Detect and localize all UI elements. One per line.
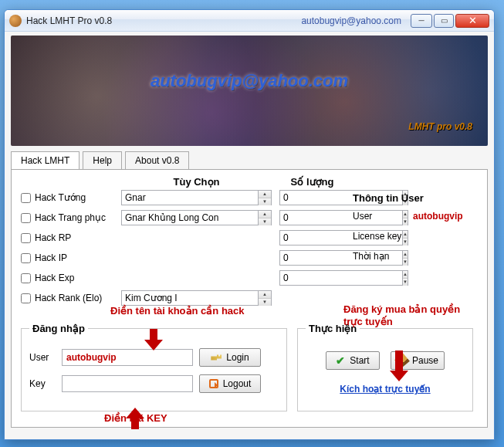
checkbox-hack-rp-input[interactable]: [21, 233, 31, 243]
qty-skin[interactable]: ▲▼: [279, 209, 345, 226]
tab-about[interactable]: About v0.8: [125, 151, 189, 170]
option-skin[interactable]: ▲▼: [121, 209, 272, 226]
checkbox-hack-exp-input[interactable]: [21, 273, 31, 283]
qty-rp[interactable]: ▲▼: [279, 229, 345, 246]
app-window: Hack LMHT Pro v0.8 autobugvip@yahoo.com …: [4, 9, 495, 440]
close-button[interactable]: ✕: [455, 14, 489, 28]
qty-exp[interactable]: ▲▼: [279, 269, 345, 286]
banner-version: LMHT pro v0.8: [408, 121, 472, 132]
action-legend: Thực hiện: [306, 323, 360, 334]
banner-image: autobugvip@yahoo.com LMHT pro v0.8: [11, 36, 488, 146]
check-icon: ✔: [336, 354, 345, 367]
pause-button[interactable]: Pause: [391, 351, 445, 370]
userinfo-user-row: Userautobugvip: [353, 208, 492, 225]
pencil-icon: [394, 353, 410, 368]
title-bar[interactable]: Hack LMHT Pro v0.8 autobugvip@yahoo.com …: [5, 10, 494, 32]
tab-help[interactable]: Help: [83, 151, 122, 170]
login-key-input[interactable]: [62, 375, 193, 392]
logout-icon: [209, 379, 218, 388]
checkbox-hack-rank-input[interactable]: [21, 293, 31, 303]
annotation-key: Điền mã KEY: [104, 412, 167, 425]
spin-down-icon[interactable]: ▼: [259, 198, 271, 205]
tab-strip: Hack LMHT Help About v0.8: [11, 151, 488, 169]
option-rank-input[interactable]: [121, 290, 259, 306]
client-area: autobugvip@yahoo.com LMHT pro v0.8 Hack …: [5, 32, 494, 439]
checkbox-hack-ip[interactable]: Hack IP: [21, 248, 113, 268]
checkbox-hack-exp[interactable]: Hack Exp: [21, 268, 113, 288]
maximize-button[interactable]: ▭: [434, 14, 454, 28]
login-fieldset: Đăng nhập User Login Key Logout: [21, 323, 287, 411]
qty-champ[interactable]: ▲▼: [279, 189, 345, 206]
header-option: Tùy Chọn: [121, 176, 272, 188]
app-icon: [9, 15, 22, 27]
main-panel: Tùy Chọn Số lượng Hack Tướng ▲▼ ▲▼ Thông…: [11, 169, 488, 428]
checkbox-hack-rp[interactable]: Hack RP: [21, 228, 113, 248]
userinfo-header: Thông tin User: [353, 192, 492, 204]
action-fieldset: Thực hiện ✔Start Pause Kích hoạt trực tu…: [297, 323, 473, 411]
login-legend: Đăng nhập: [29, 323, 88, 334]
userinfo-license-row: License key: [353, 228, 492, 245]
login-key-label: Key: [29, 378, 56, 389]
qty-ip[interactable]: ▲▼: [279, 249, 345, 266]
checkbox-hack-champ[interactable]: Hack Tướng: [21, 188, 113, 208]
checkbox-hack-ip-input[interactable]: [21, 253, 31, 263]
title-bar-email: autobugvip@yahoo.com: [301, 15, 401, 26]
option-rank[interactable]: ▲▼: [121, 290, 272, 306]
checkbox-hack-skin[interactable]: Hack Trang phục: [21, 208, 113, 228]
option-champ-input[interactable]: [121, 190, 259, 205]
option-champ[interactable]: ▲▼: [121, 189, 272, 206]
checkbox-hack-champ-input[interactable]: [21, 193, 31, 203]
minimize-button[interactable]: ─: [411, 14, 432, 28]
banner-email: autobugvip@yahoo.com: [11, 71, 488, 91]
window-title: Hack LMHT Pro v0.8: [26, 15, 301, 26]
option-skin-input[interactable]: [121, 210, 259, 225]
logout-button[interactable]: Logout: [199, 374, 261, 393]
userinfo-expiry-row: Thời hạn: [353, 248, 492, 265]
userinfo-user-value: autobugvip: [413, 211, 463, 222]
start-button[interactable]: ✔Start: [326, 351, 380, 370]
activate-online-link[interactable]: Kích hoạt trực tuyến: [340, 384, 430, 395]
header-qty: Số lượng: [279, 176, 345, 188]
login-user-input[interactable]: [62, 349, 193, 366]
login-button[interactable]: Login: [199, 348, 261, 367]
spin-up-icon[interactable]: ▲: [259, 191, 271, 198]
window-controls: ─ ▭ ✕: [409, 14, 489, 28]
login-user-label: User: [29, 352, 56, 363]
checkbox-hack-rank[interactable]: Hack Rank (Elo): [21, 288, 113, 308]
key-icon: [211, 352, 222, 363]
tab-hack-lmht[interactable]: Hack LMHT: [11, 151, 79, 170]
checkbox-hack-skin-input[interactable]: [21, 213, 31, 223]
